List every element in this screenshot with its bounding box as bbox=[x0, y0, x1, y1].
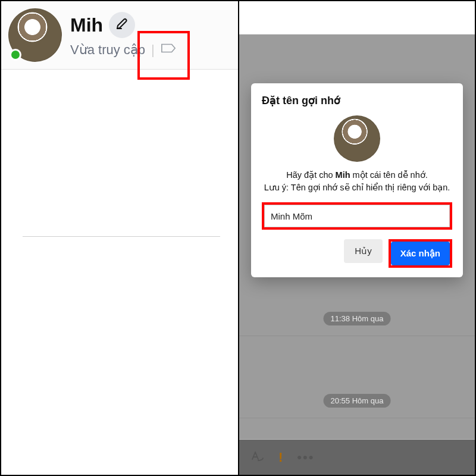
pencil-icon bbox=[115, 17, 129, 33]
highlight-confirm-button: Xác nhận bbox=[389, 239, 452, 268]
chat-header: Mih Vừa truy cập | bbox=[1, 1, 238, 70]
modal-title: Đặt tên gợi nhớ bbox=[262, 94, 452, 107]
chat-separator bbox=[239, 336, 475, 336]
modal-avatar-wrap bbox=[262, 115, 452, 162]
presence-indicator bbox=[10, 49, 21, 61]
header-texts: Mih Vừa truy cập | bbox=[70, 8, 231, 58]
contact-avatar-wrap bbox=[8, 8, 62, 62]
name-row: Mih bbox=[70, 12, 231, 38]
text-format-icon[interactable] bbox=[250, 449, 264, 466]
chat-separator bbox=[239, 418, 475, 418]
status-row: Vừa truy cập | bbox=[70, 42, 231, 58]
instruction-suffix: một cái tên dễ nhớ. bbox=[350, 170, 428, 180]
highlight-nickname-input bbox=[262, 202, 452, 230]
right-header-blank bbox=[239, 1, 475, 35]
nickname-input[interactable] bbox=[264, 205, 450, 227]
tag-icon[interactable] bbox=[161, 42, 176, 58]
edit-nickname-button[interactable] bbox=[109, 12, 135, 38]
status-text: Vừa truy cập bbox=[70, 42, 145, 58]
modal-instruction: Hãy đặt cho Mih một cái tên dễ nhớ. Lưu … bbox=[262, 169, 452, 194]
timestamp-pill: 11:38 Hôm qua bbox=[324, 312, 391, 325]
message-divider bbox=[23, 236, 220, 237]
timestamp-pill: 20:55 Hôm qua bbox=[324, 394, 391, 408]
confirm-button[interactable]: Xác nhận bbox=[391, 242, 450, 265]
chat-input-toolbar: ! ••• bbox=[239, 439, 475, 475]
cancel-button[interactable]: Hủy bbox=[344, 239, 382, 263]
modal-contact-avatar bbox=[334, 115, 380, 162]
nickname-modal-panel: 11:38 Hôm qua 20:55 Hôm qua ! ••• Đặt tê… bbox=[239, 1, 475, 475]
chat-header-panel: Mih Vừa truy cập | bbox=[1, 1, 239, 475]
toolbar-overlay bbox=[239, 440, 475, 475]
modal-actions: Hủy Xác nhận bbox=[262, 239, 452, 268]
instruction-prefix: Hãy đặt cho bbox=[286, 170, 335, 180]
instruction-name: Mih bbox=[336, 170, 350, 180]
contact-name: Mih bbox=[70, 14, 103, 36]
chat-body-left bbox=[1, 70, 238, 466]
set-nickname-modal: Đặt tên gợi nhớ Hãy đặt cho Mih một cái … bbox=[251, 83, 463, 277]
instruction-note: Lưu ý: Tên gợi nhớ sẽ chỉ hiển thị riêng… bbox=[264, 183, 450, 192]
more-icon[interactable]: ••• bbox=[297, 450, 314, 465]
status-separator: | bbox=[151, 42, 155, 58]
priority-icon[interactable]: ! bbox=[278, 450, 283, 465]
